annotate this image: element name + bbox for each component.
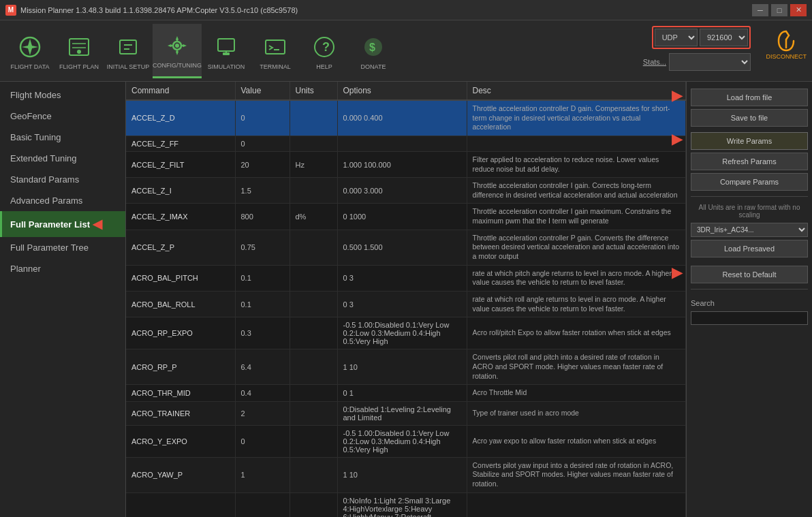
table-row[interactable]: ACRO_RP_P 6.4 1 10 Converts pilot roll a… xyxy=(126,349,686,385)
sidebar-item-planner[interactable]: Planner xyxy=(0,258,125,279)
flight-plan-icon xyxy=(64,32,94,62)
table-row[interactable]: ACCEL_Z_P 0.75 0.500 1.500 Throttle acce… xyxy=(126,230,686,265)
param-desc-cell: Throttle acceleration controller D gain.… xyxy=(467,100,686,136)
param-value-cell[interactable]: 0.4 xyxy=(235,385,290,402)
load-from-file-button[interactable]: Load from file xyxy=(691,89,808,106)
param-name-cell: ACCEL_Z_P xyxy=(126,230,235,265)
param-value-cell[interactable]: 0 xyxy=(235,136,290,151)
param-value-cell[interactable]: 1.5 xyxy=(235,178,290,204)
toolbar-flight-data[interactable]: FLIGHT DATA xyxy=(5,24,54,78)
param-name-cell: ACRO_YAW_P xyxy=(126,457,235,492)
table-row[interactable]: ACCEL_Z_D 0 0.000 0.400 Throttle acceler… xyxy=(126,100,686,136)
refresh-params-button[interactable]: Refresh Params xyxy=(691,153,808,170)
col-header-value: Value xyxy=(235,82,290,100)
stats-link[interactable]: Stats... xyxy=(643,58,666,66)
param-desc-cell: Throttle acceleration controller I gain.… xyxy=(467,178,686,204)
table-row[interactable]: ACRO_BAL_PITCH 0.1 0 3 rate at which pit… xyxy=(126,265,686,291)
divider-1 xyxy=(691,196,808,197)
param-value-cell[interactable]: 6.4 xyxy=(235,349,290,385)
sidebar-item-basic-tuning[interactable]: Basic Tuning xyxy=(0,127,125,148)
donate-icon: $ xyxy=(358,32,388,62)
terminal-icon xyxy=(260,32,290,62)
table-row[interactable]: ACRO_THR_MID 0.4 0 1 Acro Throttle Mid xyxy=(126,385,686,402)
param-value-cell[interactable]: 0.1 xyxy=(235,265,290,291)
sidebar-item-geofence[interactable]: GeoFence xyxy=(0,106,125,127)
param-value-cell[interactable]: 20 xyxy=(235,151,290,177)
param-value-cell[interactable] xyxy=(235,492,290,517)
param-value-cell[interactable]: 1 xyxy=(235,457,290,492)
table-row[interactable]: ACCEL_Z_IMAX 800 d% 0 1000 Throttle acce… xyxy=(126,204,686,230)
table-row[interactable]: ACRO_BAL_ROLL 0.1 0 3 rate at which roll… xyxy=(126,291,686,317)
window-title: Mission Planner 1.3.48.3 build 1.1.6398.… xyxy=(20,6,752,14)
param-value-cell[interactable]: 0.1 xyxy=(235,291,290,317)
toolbar-initial-setup[interactable]: INITIAL SETUP xyxy=(104,24,153,78)
param-units-cell: Hz xyxy=(290,151,337,177)
param-options-cell: 0.000 3.000 xyxy=(337,178,467,204)
sidebar-item-extended-tuning[interactable]: Extended Tuning xyxy=(0,148,125,169)
save-to-file-button[interactable]: Save to file xyxy=(691,109,808,127)
stats-select[interactable] xyxy=(669,53,751,71)
baud-rate-select[interactable]: 92160011520057600 xyxy=(700,29,748,46)
connection-type-select[interactable]: UDPTCPSerial xyxy=(655,29,698,46)
param-units-cell xyxy=(290,136,337,151)
param-name-cell: ACRO_BAL_PITCH xyxy=(126,265,235,291)
flight-plan-label: FLIGHT PLAN xyxy=(59,63,99,70)
sidebar-item-full-param-tree[interactable]: Full Parameter Tree xyxy=(0,237,125,258)
minimize-button[interactable]: ─ xyxy=(752,4,768,16)
maximize-button[interactable]: □ xyxy=(771,4,787,16)
search-input[interactable] xyxy=(691,311,808,325)
param-name-cell: ACRO_RP_P xyxy=(126,349,235,385)
toolbar-donate[interactable]: $ DONATE xyxy=(349,24,398,78)
sidebar-item-flight-modes[interactable]: Flight Modes xyxy=(0,84,125,106)
param-units-cell xyxy=(290,100,337,136)
sidebar-item-full-param-list[interactable]: Full Parameter List ◀ xyxy=(0,211,125,237)
param-options-cell: -0.5 1.00:Disabled 0.1:Very Low 0.2:Low … xyxy=(337,317,467,349)
write-params-button[interactable]: Write Params xyxy=(691,132,808,150)
param-table-container[interactable]: Command Value Units Options Desc ACCEL_Z… xyxy=(126,82,686,517)
param-units-cell xyxy=(290,385,337,402)
param-desc-cell: rate at which pitch angle returns to lev… xyxy=(467,265,686,291)
param-desc-cell xyxy=(467,136,686,151)
config-tuning-label: CONFIG/TUNING xyxy=(153,62,202,69)
compare-params-button[interactable]: Compare Params xyxy=(691,173,808,191)
table-row[interactable]: ACRO_Y_EXPO 0 -0.5 1.00:Disabled 0.1:Ver… xyxy=(126,425,686,457)
param-name-cell: ACCEL_Z_FF xyxy=(126,136,235,151)
col-header-command: Command xyxy=(126,82,235,100)
close-button[interactable]: ✕ xyxy=(790,4,807,16)
disconnect-button[interactable]: DISCONNECT xyxy=(766,29,807,60)
table-row[interactable]: 0:NoInfo 1:Light 2:Small 3:Large 4:HighV… xyxy=(126,492,686,517)
table-row[interactable]: ACCEL_Z_FF 0 xyxy=(126,136,686,151)
divider-2 xyxy=(691,289,808,289)
table-row[interactable]: ACCEL_Z_FILT 20 Hz 1.000 100.000 Filter … xyxy=(126,151,686,177)
param-value-cell[interactable]: 2 xyxy=(235,401,290,425)
table-row[interactable]: ACRO_YAW_P 1 1 10 Converts pilot yaw inp… xyxy=(126,457,686,492)
col-header-options: Options xyxy=(337,82,467,100)
param-options-cell: -0.5 1.00:Disabled 0.1:Very Low 0.2:Low … xyxy=(337,425,467,457)
table-row[interactable]: ACRO_RP_EXPO 0.3 -0.5 1.00:Disabled 0.1:… xyxy=(126,317,686,349)
table-row[interactable]: ACCEL_Z_I 1.5 0.000 3.000 Throttle accel… xyxy=(126,178,686,204)
param-table: Command Value Units Options Desc ACCEL_Z… xyxy=(126,82,686,517)
sidebar-item-standard-params[interactable]: Standard Params xyxy=(0,169,125,190)
param-value-cell[interactable]: 800 xyxy=(235,204,290,230)
main-layout: Flight Modes GeoFence Basic Tuning Exten… xyxy=(0,82,812,517)
param-value-cell[interactable]: 0 xyxy=(235,425,290,457)
param-units-cell: d% xyxy=(290,204,337,230)
toolbar-terminal[interactable]: TERMINAL xyxy=(251,24,300,78)
table-row[interactable]: ACRO_TRAINER 2 0:Disabled 1:Leveling 2:L… xyxy=(126,401,686,425)
load-presaved-button[interactable]: Load Presaved xyxy=(691,240,808,257)
param-desc-cell: Acro yaw expo to allow faster rotation w… xyxy=(467,425,686,457)
arrow-write-params: ▶ xyxy=(672,131,682,147)
reset-to-default-button[interactable]: Reset to Default xyxy=(691,266,808,283)
param-value-cell[interactable]: 0.75 xyxy=(235,230,290,265)
sidebar-item-advanced-params[interactable]: Advanced Params xyxy=(0,190,125,211)
svg-text:?: ? xyxy=(322,40,330,54)
toolbar-config-tuning[interactable]: CONFIG/TUNING xyxy=(153,24,202,78)
param-value-cell[interactable]: 0 xyxy=(235,100,290,136)
param-value-cell[interactable]: 0.3 xyxy=(235,317,290,349)
vehicle-select[interactable]: 3DR_Iris+_AC34... xyxy=(691,223,808,237)
toolbar-flight-plan[interactable]: FLIGHT PLAN xyxy=(54,24,104,78)
toolbar-simulation[interactable]: SIMULATION xyxy=(202,24,251,78)
param-units-cell xyxy=(290,265,337,291)
param-desc-cell: rate at which roll angle returns to leve… xyxy=(467,291,686,317)
toolbar-help[interactable]: ? HELP xyxy=(300,24,349,78)
